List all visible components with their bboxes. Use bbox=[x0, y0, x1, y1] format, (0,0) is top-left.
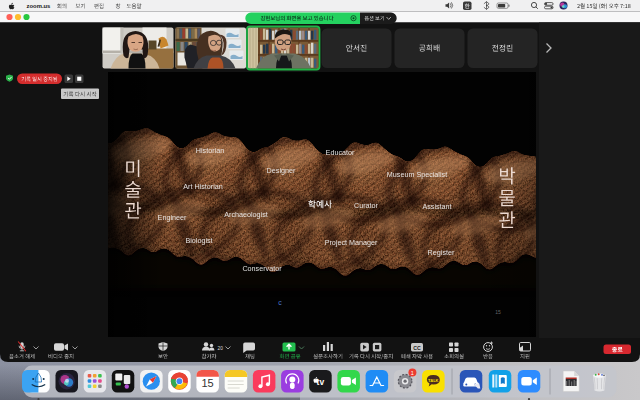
svg-text:15: 15 bbox=[201, 377, 213, 389]
svg-text:CC: CC bbox=[413, 345, 421, 351]
svg-text:Museum Specialist: Museum Specialist bbox=[387, 170, 447, 179]
svg-text:Conservator: Conservator bbox=[242, 264, 282, 273]
svg-text:Biologist: Biologist bbox=[185, 236, 212, 245]
svg-text:Art Historian: Art Historian bbox=[183, 182, 223, 191]
svg-text:Register: Register bbox=[428, 248, 455, 257]
svg-text:Engineer: Engineer bbox=[158, 213, 187, 222]
svg-text:Project Manager: Project Manager bbox=[325, 238, 378, 247]
svg-text:20: 20 bbox=[218, 346, 224, 351]
svg-text:Archaeologist: Archaeologist bbox=[224, 210, 268, 219]
svg-text:Historian: Historian bbox=[196, 146, 224, 155]
svg-text:15: 15 bbox=[495, 309, 501, 315]
svg-text:Designer: Designer bbox=[267, 166, 296, 175]
svg-text:c: c bbox=[278, 299, 282, 306]
svg-text:zoom.us: zoom.us bbox=[27, 3, 52, 9]
svg-text:Educator: Educator bbox=[326, 148, 355, 157]
svg-text:TALK: TALK bbox=[428, 378, 438, 383]
svg-text:Assistant: Assistant bbox=[422, 202, 451, 211]
svg-text:1: 1 bbox=[411, 370, 414, 376]
svg-text:Curator: Curator bbox=[354, 201, 379, 210]
